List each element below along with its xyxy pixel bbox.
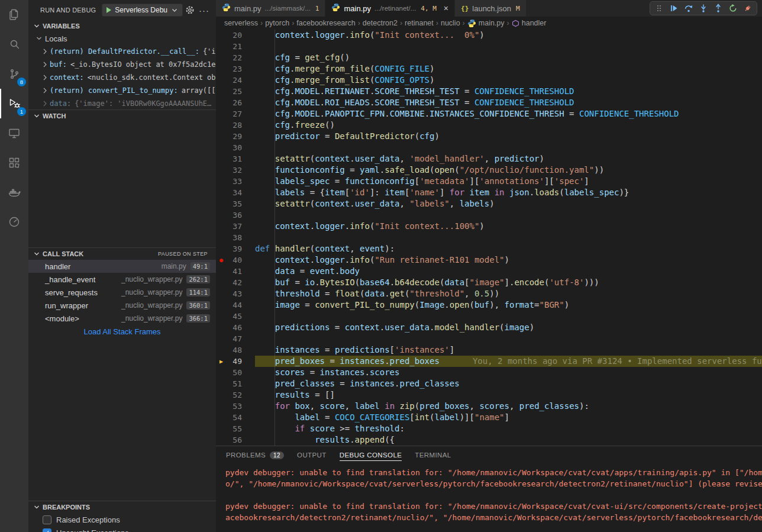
panel-tab-terminal[interactable]: TERMINAL — [408, 446, 457, 464]
gutter[interactable] — [216, 333, 227, 344]
code-line[interactable]: 55 if score >= threshold: — [216, 423, 762, 434]
gutter[interactable] — [216, 209, 227, 221]
step-into-button[interactable] — [697, 2, 710, 15]
breadcrumb-item[interactable]: detectron2 — [363, 19, 398, 27]
code-line[interactable]: 23 cfg.merge_from_file(CONFIG_FILE) — [216, 63, 762, 75]
activity-remote-explorer-button[interactable] — [0, 118, 28, 148]
code-line[interactable]: 51 pred_classes = instances.pred_classes — [216, 378, 762, 389]
editor-tab[interactable]: main.py.../retinanet/...4, M× — [325, 0, 455, 17]
gutter[interactable] — [216, 86, 227, 97]
code-line[interactable]: 50 scores = instances.scores — [216, 367, 762, 378]
code-line[interactable]: 27 cfg.MODEL.PANOPTIC_FPN.COMBINE.INSTAN… — [216, 108, 762, 120]
breadcrumb-item[interactable]: handler — [512, 19, 547, 27]
code-line[interactable]: 39def handler(context, event): — [216, 243, 762, 254]
panel-tab-problems[interactable]: PROBLEMS12 — [219, 446, 290, 464]
code-line[interactable]: 29 predictor = DefaultPredictor(cfg) — [216, 131, 762, 142]
breakpoint-row[interactable]: ✓Raised Exceptions — [28, 513, 216, 526]
code-line[interactable]: 34 labels = {item['id']: item['name'] fo… — [216, 187, 762, 198]
code-line[interactable]: 38 — [216, 232, 762, 243]
gutter[interactable] — [216, 423, 227, 434]
stack-frame-row[interactable]: _handle_event_nuclio_wrapper.py262:1 — [28, 273, 216, 286]
stack-frame-row[interactable]: serve_requests_nuclio_wrapper.py114:1 — [28, 286, 216, 299]
code-line[interactable]: 26 cfg.MODEL.ROI_HEADS.SCORE_THRESH_TEST… — [216, 97, 762, 108]
gutter[interactable] — [216, 401, 227, 412]
variable-row[interactable]: (return) convert_PIL_to_numpy:array([[[ … — [28, 84, 216, 97]
activity-source-control-button[interactable]: 8 — [0, 59, 28, 89]
code-line[interactable]: 22 cfg = get_cfg() — [216, 52, 762, 63]
code-line[interactable]: 36 — [216, 209, 762, 221]
activity-docker-button[interactable] — [0, 178, 28, 207]
watch-section-header[interactable]: WATCH — [28, 110, 216, 122]
code-line[interactable]: 53 for box, score, label in zip(pred_box… — [216, 401, 762, 412]
activity-extensions-button[interactable] — [0, 148, 28, 178]
variable-row[interactable]: buf:<_io.BytesIO object at 0x7f5a2dc1ecc… — [28, 58, 216, 71]
breakpoint-checkbox[interactable]: ✓ — [43, 528, 51, 532]
start-debug-icon[interactable] — [106, 7, 111, 13]
activity-run-and-debug-button[interactable]: 1 — [0, 89, 28, 118]
code-line[interactable]: 47 — [216, 333, 762, 344]
variable-row[interactable]: data:{'image': 'iVBORw0KGgoAAAANSUhE… — [28, 97, 216, 109]
code-line[interactable]: 32 functionconfig = yaml.safe_load(open(… — [216, 165, 762, 176]
breadcrumb-item[interactable]: facebookresearch — [296, 19, 355, 27]
code-line[interactable]: 33 labels_spec = functionconfig['metadat… — [216, 176, 762, 187]
code-line[interactable]: 31 setattr(context.user_data, 'model_han… — [216, 153, 762, 165]
gutter[interactable] — [216, 108, 227, 120]
gutter[interactable] — [216, 63, 227, 75]
gutter[interactable] — [216, 299, 227, 311]
code-line[interactable]: 46 predictions = context.user_data.model… — [216, 322, 762, 333]
breadcrumb-item[interactable]: main.py — [467, 19, 505, 28]
code-line[interactable]: 56 results.append({ — [216, 434, 762, 446]
gutter[interactable] — [216, 165, 227, 176]
stack-frame-row[interactable]: run_wrapper_nuclio_wrapper.py360:1 — [28, 299, 216, 312]
disconnect-button[interactable] — [741, 2, 754, 15]
gutter[interactable] — [216, 288, 227, 299]
gutter[interactable] — [216, 221, 227, 232]
code-line[interactable]: 25 cfg.MODEL.RETINANET.SCORE_THRESH_TEST… — [216, 86, 762, 97]
activity-explorer-button[interactable] — [0, 0, 28, 30]
gutter[interactable] — [216, 131, 227, 142]
breadcrumb-item[interactable]: retinanet — [405, 19, 434, 27]
editor-tab[interactable]: {}launch.jsonM — [455, 0, 527, 17]
continue-button[interactable] — [667, 2, 680, 15]
breakpoint-checkbox[interactable]: ✓ — [43, 515, 51, 524]
gutter[interactable] — [216, 277, 227, 288]
gutter[interactable] — [216, 187, 227, 198]
code-line[interactable]: 21 — [216, 41, 762, 52]
gutter[interactable] — [216, 367, 227, 378]
code-line[interactable]: 48 instances = predictions['instances'] — [216, 344, 762, 356]
more-actions-icon[interactable]: ··· — [197, 3, 211, 17]
gutter[interactable] — [216, 412, 227, 423]
gutter[interactable] — [216, 153, 227, 165]
variable-row[interactable]: context:<nuclio_sdk.context.Context obje… — [28, 71, 216, 84]
code-line[interactable]: 24 cfg.merge_from_list(CONFIG_OPTS) — [216, 75, 762, 86]
breakpoints-section-header[interactable]: BREAKPOINTS — [28, 501, 216, 513]
code-line[interactable]: 28 cfg.freeze() — [216, 120, 762, 131]
launch-config-select[interactable]: Serverless Debu — [102, 4, 183, 17]
code-line[interactable]: ▶49 pred_boxes = instances.pred_boxesYou… — [216, 356, 762, 367]
editor-tab[interactable]: main.py.../siammask/...1 — [216, 0, 325, 17]
code-line[interactable]: 44 image = convert_PIL_to_numpy(Image.op… — [216, 299, 762, 311]
scope-locals[interactable]: Locals — [28, 32, 216, 45]
stack-frame-row[interactable]: <module>_nuclio_wrapper.py366:1 — [28, 312, 216, 325]
stack-frame-row[interactable]: handlermain.py49:1 — [28, 260, 216, 273]
gutter[interactable] — [216, 41, 227, 52]
gutter[interactable] — [216, 176, 227, 187]
code-line[interactable]: 41 data = event.body — [216, 266, 762, 277]
code-line[interactable]: 35 setattr(context.user_data, "labels", … — [216, 198, 762, 209]
gutter[interactable] — [216, 389, 227, 401]
step-over-button[interactable] — [682, 2, 695, 15]
activity-gauge-button[interactable] — [0, 207, 28, 237]
variable-row[interactable]: (return) DefaultPredictor.__call__:{'ins… — [28, 45, 216, 58]
gutter[interactable] — [216, 232, 227, 243]
code-line[interactable]: ●40 context.logger.info("Run retinanet-R… — [216, 254, 762, 266]
code-line[interactable]: 52 results = [] — [216, 389, 762, 401]
gutter[interactable] — [216, 322, 227, 333]
restart-button[interactable] — [727, 2, 740, 15]
panel-tab-debug-console[interactable]: DEBUG CONSOLE — [333, 446, 409, 464]
breadcrumb-item[interactable]: pytorch — [265, 19, 289, 27]
code-line[interactable]: 45 — [216, 311, 762, 322]
current-line-arrow-icon[interactable]: ▶ — [216, 356, 227, 367]
code-line[interactable]: 54 label = COCO_CATEGORIES[int(label)]["… — [216, 412, 762, 423]
gutter[interactable] — [216, 344, 227, 356]
breadcrumb-item[interactable]: nuclio — [441, 19, 460, 27]
